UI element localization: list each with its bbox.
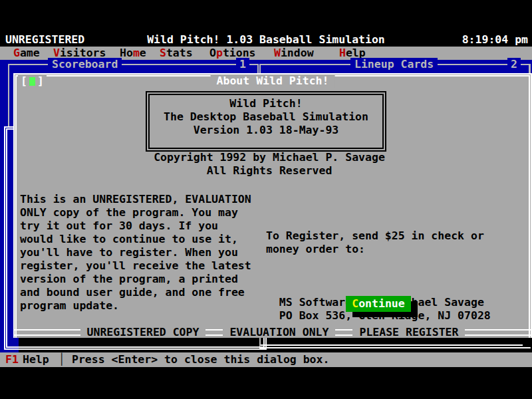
help-hotkey-label[interactable]: Help — [23, 352, 49, 367]
window-scoreboard-title[interactable]: Scoreboard — [48, 58, 122, 71]
menu-window[interactable]: Window — [274, 47, 314, 60]
program-name: Wild Pitch! — [150, 97, 382, 110]
screen: UNREGISTERED Wild Pitch! 1.03 Baseball S… — [0, 0, 532, 399]
continue-button[interactable]: Continue — [346, 296, 411, 312]
footer-evaluation: EVALUATION ONLY — [223, 326, 335, 339]
program-info-box: Wild Pitch! The Desktop Baseball Simulat… — [146, 91, 386, 152]
app-titlebar: UNREGISTERED Wild Pitch! 1.03 Baseball S… — [0, 33, 532, 47]
program-subtitle: The Desktop Baseball Simulation — [150, 110, 382, 124]
footer-line-segment — [205, 329, 223, 336]
menu-home[interactable]: Home — [120, 47, 146, 60]
window-lineup-title[interactable]: Lineup Cards — [350, 58, 438, 71]
desktop: Scoreboard 1 Lineup Cards 2 [] About Wil… — [0, 60, 532, 352]
window-lineup-number: 2 — [507, 58, 521, 71]
help-hotkey[interactable]: F1 — [5, 352, 19, 367]
dialog-close-button[interactable]: [] — [18, 74, 47, 88]
status-bar: F1 Help │ Press <Enter> to close this di… — [0, 352, 532, 367]
footer-unregistered: UNREGISTERED COPY — [80, 326, 206, 339]
window-scoreboard-number: 1 — [236, 58, 249, 71]
copyright-block: Copyright 1992 by Michael P. Savage All … — [17, 151, 522, 178]
menu-game[interactable]: Game — [13, 47, 40, 60]
about-dialog: [] About Wild Pitch! Wild Pitch! The Des… — [13, 73, 532, 338]
registration-instructions: To Register, send $25 in check or money … — [266, 229, 491, 256]
footer-line — [465, 329, 532, 336]
close-icon — [29, 77, 35, 86]
app-title: Wild Pitch! 1.03 Baseball Simulation — [0, 33, 532, 47]
footer-line-segment — [335, 329, 352, 336]
footer-line — [13, 329, 80, 336]
status-separator: │ — [59, 352, 65, 367]
letterbox-top — [0, 0, 532, 33]
rights-line: All Rights Reserved — [17, 164, 522, 178]
dialog-title: About Wild Pitch! — [211, 74, 335, 88]
letterbox-bottom — [0, 367, 532, 399]
program-version: Version 1.03 18-May-93 — [150, 124, 382, 137]
footer-register: PLEASE REGISTER — [352, 326, 465, 339]
status-message: Press <Enter> to close this dialog box. — [72, 352, 329, 367]
menu-stats[interactable]: Stats — [160, 47, 193, 60]
dialog-footer: UNREGISTERED COPY EVALUATION ONLY PLEASE… — [13, 326, 532, 339]
evaluation-notice: This is an UNREGISTERED, EVALUATION ONLY… — [20, 193, 251, 313]
copyright-line: Copyright 1992 by Michael P. Savage — [17, 151, 522, 164]
clock: 8:19:04 pm — [462, 33, 528, 47]
